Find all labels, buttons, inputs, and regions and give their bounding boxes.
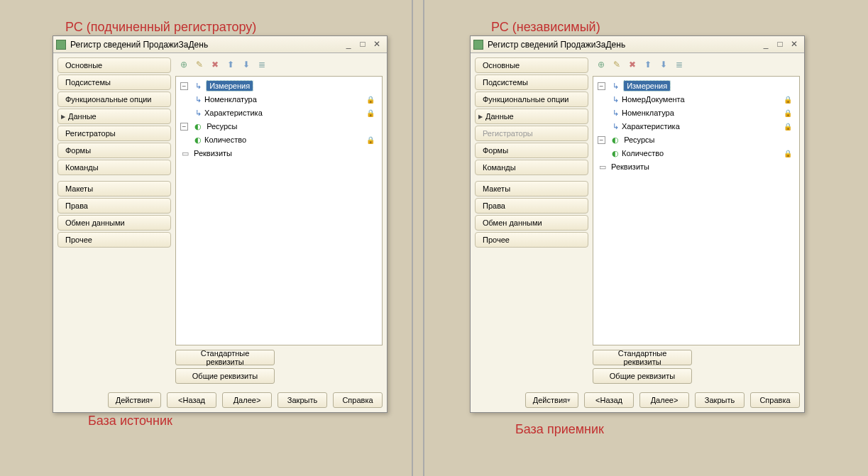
annotation-right-top: РС (независимый): [491, 20, 600, 35]
sidebar-item-data[interactable]: Данные: [57, 109, 171, 124]
add-icon[interactable]: ⊕: [178, 59, 189, 70]
register-icon: [473, 40, 483, 50]
tree-node[interactable]: Номенклатура: [204, 95, 257, 104]
register-icon: [56, 40, 66, 50]
tree-node-dimensions[interactable]: Измерения: [624, 81, 670, 91]
sidebar-item-main[interactable]: Основные: [57, 57, 171, 73]
resource-icon: ◐: [610, 133, 620, 147]
sidebar-item-subsystems[interactable]: Подсистемы: [475, 74, 588, 90]
sidebar-item-layouts[interactable]: Макеты: [57, 181, 171, 197]
annotation-left-top: РС (подчиненный регистратору): [65, 20, 256, 35]
actions-button[interactable]: Действия: [108, 392, 161, 408]
help-button[interactable]: Справка: [750, 392, 800, 408]
close-icon[interactable]: ✕: [787, 39, 801, 50]
close-icon[interactable]: ✕: [370, 39, 384, 50]
delete-icon[interactable]: ✖: [627, 59, 638, 70]
help-button[interactable]: Справка: [333, 392, 383, 408]
sidebar-item-other[interactable]: Прочее: [475, 232, 588, 248]
close-button[interactable]: Закрыть: [278, 392, 327, 408]
toggle-resources[interactable]: −: [180, 123, 188, 131]
axis-icon: ↳: [193, 93, 203, 106]
sidebar: Основные Подсистемы Функциональные опции…: [57, 57, 171, 384]
close-button[interactable]: Закрыть: [695, 392, 745, 408]
toggle-dimensions[interactable]: −: [598, 82, 605, 90]
toggle-dimensions[interactable]: −: [180, 82, 188, 90]
delete-icon[interactable]: ✖: [209, 59, 221, 70]
tree-node[interactable]: Характеристика: [204, 109, 263, 117]
lock-icon: 🔒: [784, 120, 792, 133]
lock-icon: 🔒: [784, 106, 792, 120]
list-icon[interactable]: ≣: [256, 59, 268, 70]
sidebar-item-rights[interactable]: Права: [475, 198, 588, 214]
move-up-icon[interactable]: ⬆: [642, 59, 654, 70]
lock-icon: 🔒: [366, 106, 375, 120]
tree-node[interactable]: Количество: [622, 149, 664, 157]
tree-node[interactable]: НомерДокумента: [622, 95, 685, 104]
tree[interactable]: − ↳ Измерения ↳Номенклатура🔒 ↳Характерис…: [179, 79, 379, 160]
axis-icon: ↳: [193, 79, 203, 93]
standard-requisites-button[interactable]: Стандартные реквизиты: [175, 350, 275, 365]
tree-node[interactable]: Количество: [204, 135, 246, 144]
sidebar-item-subsystems[interactable]: Подсистемы: [57, 74, 171, 90]
standard-requisites-button[interactable]: Стандартные реквизиты: [593, 350, 692, 365]
minimize-icon[interactable]: _: [759, 39, 773, 50]
titlebar[interactable]: Регистр сведений ПродажиЗаДень _ □ ✕: [53, 36, 387, 53]
tree-node-resources[interactable]: Ресурсы: [624, 135, 654, 144]
axis-icon: ↳: [610, 93, 620, 106]
sidebar-item-forms[interactable]: Формы: [57, 143, 171, 158]
back-button[interactable]: <Назад: [167, 392, 216, 408]
toolbar: ⊕ ✎ ✖ ⬆ ⬇ ≣: [175, 57, 383, 72]
sidebar-item-registrators[interactable]: Регистраторы: [57, 126, 171, 141]
tree-node-resources[interactable]: Ресурсы: [207, 122, 237, 131]
annotation-left-bottom: База источник: [88, 414, 172, 428]
next-button[interactable]: Далее>: [639, 392, 689, 408]
sidebar-item-registrators: Регистраторы: [475, 126, 588, 141]
sidebar-item-layouts[interactable]: Макеты: [475, 181, 588, 197]
move-up-icon[interactable]: ⬆: [225, 59, 236, 70]
minimize-icon[interactable]: _: [341, 39, 356, 50]
move-down-icon[interactable]: ⬇: [658, 59, 669, 70]
add-icon[interactable]: ⊕: [595, 59, 607, 70]
sidebar-item-main[interactable]: Основные: [475, 57, 588, 73]
actions-button[interactable]: Действия: [525, 392, 578, 408]
sidebar-item-data[interactable]: Данные: [475, 109, 588, 124]
tree-node-attributes[interactable]: Реквизиты: [194, 149, 232, 157]
toolbar: ⊕ ✎ ✖ ⬆ ⬇ ≣: [593, 57, 800, 72]
toggle-resources[interactable]: −: [598, 136, 605, 144]
tree[interactable]: − ↳ Измерения ↳НомерДокумента🔒 ↳Номенкла…: [596, 79, 796, 174]
tree-node[interactable]: Номенклатура: [622, 109, 674, 117]
tree-node[interactable]: Характеристика: [622, 122, 680, 131]
tree-node-dimensions[interactable]: Измерения: [207, 81, 253, 91]
resource-icon: ◐: [193, 133, 203, 147]
sidebar-item-funcoptions[interactable]: Функциональные опции: [475, 92, 588, 107]
sidebar-item-exchange[interactable]: Обмен данными: [475, 215, 588, 231]
lock-icon: 🔒: [784, 147, 792, 160]
edit-icon[interactable]: ✎: [194, 59, 205, 70]
move-down-icon[interactable]: ⬇: [241, 59, 252, 70]
common-requisites-button[interactable]: Общие реквизиты: [593, 368, 692, 384]
lock-icon: 🔒: [366, 133, 375, 147]
next-button[interactable]: Далее>: [222, 392, 272, 408]
resource-icon: ◐: [610, 147, 620, 160]
sidebar: Основные Подсистемы Функциональные опции…: [475, 57, 588, 384]
common-requisites-button[interactable]: Общие реквизиты: [175, 368, 275, 384]
axis-icon: ↳: [610, 120, 620, 133]
sidebar-item-commands[interactable]: Команды: [57, 160, 171, 175]
back-button[interactable]: <Назад: [584, 392, 634, 408]
maximize-icon[interactable]: □: [773, 39, 787, 50]
lock-icon: 🔒: [366, 93, 375, 106]
attributes-icon: ▭: [598, 160, 608, 174]
axis-icon: ↳: [193, 106, 203, 120]
sidebar-item-exchange[interactable]: Обмен данными: [57, 215, 171, 231]
sidebar-item-commands[interactable]: Команды: [475, 160, 588, 175]
sidebar-item-other[interactable]: Прочее: [57, 232, 171, 248]
list-icon[interactable]: ≣: [674, 59, 685, 70]
sidebar-item-funcoptions[interactable]: Функциональные опции: [57, 92, 171, 107]
maximize-icon[interactable]: □: [356, 39, 370, 50]
attributes-icon: ▭: [180, 147, 190, 160]
sidebar-item-forms[interactable]: Формы: [475, 143, 588, 158]
sidebar-item-rights[interactable]: Права: [57, 198, 171, 214]
titlebar[interactable]: Регистр сведений ПродажиЗаДень _ □ ✕: [471, 36, 804, 53]
edit-icon[interactable]: ✎: [611, 59, 622, 70]
tree-node-attributes[interactable]: Реквизиты: [611, 162, 649, 171]
